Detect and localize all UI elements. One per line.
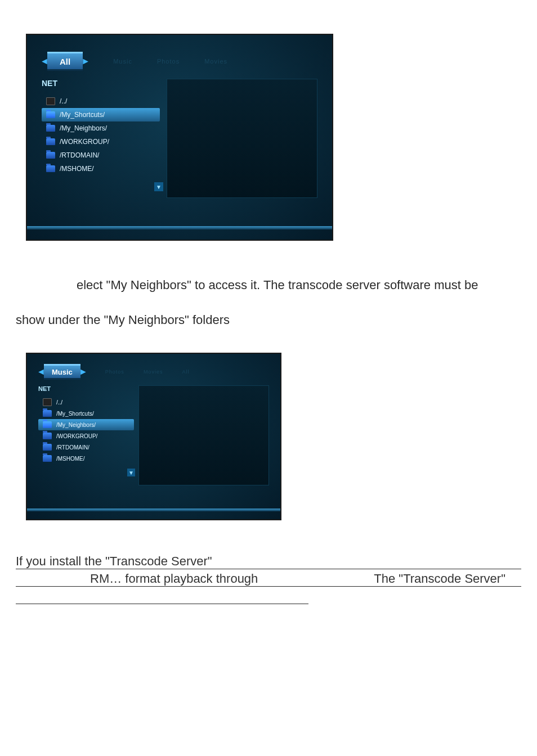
folder-icon xyxy=(46,125,55,132)
list-item-label: /My_Shortcuts/ xyxy=(60,111,105,119)
bottom-bar xyxy=(27,226,332,230)
computer-icon xyxy=(43,398,52,406)
tab-strip: ◄ Music ► Photos Movies All xyxy=(38,364,274,380)
list-item-label: /WORKGROUP/ xyxy=(56,433,97,439)
preview-pane xyxy=(167,79,317,198)
list-item-label: /../ xyxy=(60,97,67,105)
folder-icon xyxy=(43,455,52,462)
tab-photos[interactable]: Photos xyxy=(157,58,180,65)
list-item-label: /RTDOMAIN/ xyxy=(56,444,90,451)
tab-active-label: Music xyxy=(52,368,73,376)
folder-icon xyxy=(43,410,52,417)
list-item[interactable]: /My_Shortcuts/ xyxy=(42,108,160,122)
list-item[interactable]: /RTDOMAIN/ xyxy=(42,148,160,162)
list-item[interactable]: /MSHOME/ xyxy=(38,453,134,464)
list-item-label: /My_Shortcuts/ xyxy=(56,411,94,417)
list-item[interactable]: /MSHOME/ xyxy=(42,162,160,176)
list-item[interactable]: /WORKGROUP/ xyxy=(38,430,134,442)
body-line2: show under the "My Neighbors" folders xyxy=(16,313,230,327)
bottom-line3-empty xyxy=(16,587,308,604)
nav-right-icon[interactable]: ► xyxy=(83,54,88,69)
tab-all[interactable]: All xyxy=(182,369,189,375)
screenshot-1: ◄ All ► Music Photos Movies NET /..//My_… xyxy=(26,34,333,241)
bottom-bar xyxy=(27,508,280,511)
scroll-down-icon[interactable]: ▼ xyxy=(154,182,163,191)
tab-active[interactable]: Music xyxy=(44,364,80,380)
folder-icon xyxy=(46,138,55,145)
nav-left-icon[interactable]: ◄ xyxy=(38,364,44,379)
tab-movies[interactable]: Movies xyxy=(144,369,163,375)
list-item-label: /My_Neighbors/ xyxy=(60,124,107,132)
list-item-label: /MSHOME/ xyxy=(56,456,85,462)
bottom-line2-right: The "Transcode Server" xyxy=(374,572,521,586)
folder-panel: NET /..//My_Shortcuts//My_Neighbors//WOR… xyxy=(38,385,134,464)
list-item-label: /../ xyxy=(56,399,62,406)
body-line1: elect "My Neighbors" to access it. The t… xyxy=(77,278,478,292)
folder-panel: NET /..//My_Shortcuts//My_Neighbors//WOR… xyxy=(42,79,160,176)
panel-title: NET xyxy=(38,385,134,392)
folder-icon xyxy=(46,111,55,118)
folder-icon xyxy=(43,421,52,428)
list-item[interactable]: /My_Neighbors/ xyxy=(38,419,134,430)
tab-active-label: All xyxy=(60,57,70,66)
nav-left-icon[interactable]: ◄ xyxy=(42,54,47,69)
list-item[interactable]: /My_Shortcuts/ xyxy=(38,408,134,419)
folder-icon xyxy=(46,165,55,172)
tab-strip: ◄ All ► Music Photos Movies xyxy=(42,52,321,71)
tab-photos[interactable]: Photos xyxy=(105,369,124,375)
tab-movies[interactable]: Movies xyxy=(204,58,227,65)
list-item[interactable]: /WORKGROUP/ xyxy=(42,135,160,148)
tab-active[interactable]: All xyxy=(47,52,83,71)
scroll-down-icon[interactable]: ▼ xyxy=(127,469,135,476)
list-item-label: /MSHOME/ xyxy=(60,165,94,173)
list-item-label: /RTDOMAIN/ xyxy=(60,151,99,159)
folder-icon xyxy=(43,444,52,451)
list-item-label: /WORKGROUP/ xyxy=(60,138,109,146)
preview-pane xyxy=(138,385,269,485)
bottom-line1: If you install the "Transcode Server" xyxy=(16,554,212,569)
screenshot-2: ◄ Music ► Photos Movies All NET /..//My_… xyxy=(26,353,281,520)
list-item[interactable]: /My_Neighbors/ xyxy=(42,122,160,135)
list-item[interactable]: /../ xyxy=(38,397,134,408)
list-item-label: /My_Neighbors/ xyxy=(56,422,96,428)
bottom-underlined-block: If you install the "Transcode Server" RM… xyxy=(16,551,521,604)
tab-music[interactable]: Music xyxy=(113,58,132,65)
folder-icon xyxy=(43,433,52,439)
panel-title: NET xyxy=(42,79,160,88)
computer-icon xyxy=(46,97,55,105)
list-item[interactable]: /RTDOMAIN/ xyxy=(38,442,134,453)
body-paragraph: elect "My Neighbors" to access it. The t… xyxy=(16,268,521,337)
nav-right-icon[interactable]: ► xyxy=(80,364,86,379)
folder-icon xyxy=(46,152,55,159)
list-item[interactable]: /../ xyxy=(42,94,160,108)
bottom-line2-left: RM… format playback through xyxy=(16,572,258,586)
